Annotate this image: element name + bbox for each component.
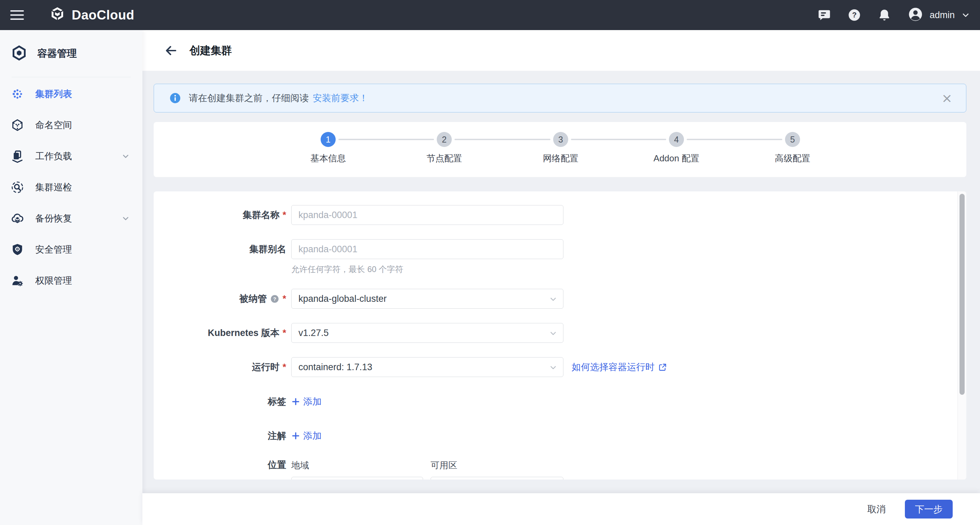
runtime-help-link[interactable]: 如何选择容器运行时 bbox=[572, 357, 667, 377]
notification-bell-icon[interactable] bbox=[878, 8, 891, 22]
user-menu[interactable]: admin bbox=[908, 6, 970, 24]
sidebar-item-security[interactable]: 安全管理 bbox=[0, 234, 142, 265]
step-basic-info: 1 基本信息 bbox=[287, 132, 369, 164]
cluster-alias-label: 集群别名 bbox=[154, 239, 286, 259]
sidebar-item-permission[interactable]: 权限管理 bbox=[0, 265, 142, 296]
step-label: 节点配置 bbox=[403, 152, 485, 164]
workload-stack-icon bbox=[11, 149, 24, 163]
avatar bbox=[908, 6, 923, 24]
region-input[interactable] bbox=[291, 477, 423, 480]
zone-label: 可用区 bbox=[431, 460, 457, 471]
info-icon bbox=[169, 92, 181, 104]
sidebar-item-cluster-list[interactable]: 集群列表 bbox=[0, 78, 142, 109]
chevron-down-icon bbox=[961, 10, 970, 20]
container-management-icon bbox=[11, 45, 27, 62]
step-number: 2 bbox=[437, 132, 452, 147]
step-number: 4 bbox=[669, 132, 684, 147]
chevron-down-icon bbox=[121, 214, 130, 223]
cluster-alias-hint: 允许任何字符，最长 60 个字符 bbox=[291, 264, 403, 275]
brand[interactable]: DaoCloud bbox=[49, 6, 134, 24]
sidebar-item-inspection[interactable]: 集群巡检 bbox=[0, 172, 142, 203]
next-step-button[interactable]: 下一步 bbox=[905, 500, 953, 519]
footer-action-bar: 取消 下一步 bbox=[142, 493, 980, 525]
annotations-label: 注解 bbox=[154, 427, 286, 444]
region-label: 地域 bbox=[291, 460, 309, 471]
labels-label: 标签 bbox=[154, 393, 286, 410]
step-number: 3 bbox=[553, 132, 568, 147]
sidebar-module-header[interactable]: 容器管理 bbox=[0, 30, 142, 77]
sidebar-item-label: 工作负载 bbox=[35, 150, 72, 162]
pre-install-alert: 请在创建集群之前，仔细阅读 安装前要求！ × bbox=[154, 84, 966, 112]
sidebar-item-namespace[interactable]: 命名空间 bbox=[0, 109, 142, 140]
sidebar-item-label: 集群列表 bbox=[35, 88, 72, 100]
message-icon[interactable] bbox=[818, 8, 831, 22]
svg-text:?: ? bbox=[273, 296, 276, 302]
managed-by-label: 被纳管?* bbox=[154, 289, 286, 310]
chevron-down-icon bbox=[549, 329, 558, 338]
plus-icon bbox=[291, 431, 300, 440]
sidebar-item-backup[interactable]: 备份恢复 bbox=[0, 203, 142, 234]
sidebar-module-title: 容器管理 bbox=[37, 47, 77, 61]
step-label: 基本信息 bbox=[287, 152, 369, 164]
username: admin bbox=[929, 10, 955, 21]
runtime-value: containerd: 1.7.13 bbox=[298, 362, 372, 373]
managed-by-value: kpanda-global-cluster bbox=[298, 294, 387, 304]
plus-icon bbox=[291, 397, 300, 406]
managed-by-select[interactable]: kpanda-global-cluster bbox=[291, 289, 563, 309]
step-label: Addon 配置 bbox=[635, 152, 718, 164]
sidebar-item-label: 权限管理 bbox=[35, 274, 72, 287]
sidebar-item-label: 安全管理 bbox=[35, 243, 72, 256]
required-mark: * bbox=[282, 210, 286, 220]
sidebar-item-workload[interactable]: 工作负载 bbox=[0, 140, 142, 172]
chevron-down-icon bbox=[549, 295, 558, 303]
main-content: 请在创建集群之前，仔细阅读 安装前要求！ × 1 基本信息 2 节点配置 3 网… bbox=[142, 71, 980, 493]
permission-user-gear-icon bbox=[11, 274, 24, 287]
chevron-down-icon bbox=[121, 152, 130, 161]
stepper: 1 基本信息 2 节点配置 3 网络配置 4 Addon 配置 5 高级配置 bbox=[154, 122, 966, 177]
add-annotation-button[interactable]: 添加 bbox=[291, 427, 322, 444]
form-scrollbar-thumb[interactable] bbox=[959, 194, 965, 395]
sidebar-item-label: 备份恢复 bbox=[35, 212, 72, 225]
location-label: 位置 bbox=[154, 460, 286, 470]
step-addon-config: 4 Addon 配置 bbox=[635, 132, 718, 164]
form-scrollbar-track[interactable] bbox=[958, 191, 966, 480]
top-bar: DaoCloud ? bbox=[0, 0, 980, 30]
cluster-name-input[interactable] bbox=[291, 205, 563, 225]
daocloud-logo-icon bbox=[49, 6, 65, 24]
cluster-alias-input[interactable] bbox=[291, 239, 563, 259]
security-shield-icon bbox=[11, 243, 24, 256]
back-button[interactable] bbox=[164, 43, 178, 58]
k8s-version-select[interactable]: v1.27.5 bbox=[291, 323, 563, 343]
zone-input[interactable] bbox=[431, 477, 563, 480]
add-label-button[interactable]: 添加 bbox=[291, 393, 322, 410]
required-mark: * bbox=[282, 294, 286, 304]
sidebar-item-label: 集群巡检 bbox=[35, 181, 72, 193]
page-title: 创建集群 bbox=[189, 43, 232, 58]
cancel-button[interactable]: 取消 bbox=[867, 503, 886, 515]
step-label: 高级配置 bbox=[752, 152, 834, 164]
inspection-magnifier-icon bbox=[11, 180, 24, 194]
basic-info-form: 集群名称* 集群别名 允许任何字符，最长 60 个字符 被纳管?* kpanda… bbox=[154, 191, 966, 480]
runtime-select[interactable]: containerd: 1.7.13 bbox=[291, 357, 563, 377]
pre-install-requirements-link[interactable]: 安装前要求！ bbox=[313, 92, 368, 104]
arrow-left-icon bbox=[164, 43, 178, 58]
alert-close-icon[interactable]: × bbox=[942, 92, 952, 105]
hamburger-menu-icon[interactable] bbox=[10, 8, 25, 22]
sidebar: 容器管理 集群列表 命名空间 bbox=[0, 30, 142, 525]
k8s-version-value: v1.27.5 bbox=[298, 328, 329, 338]
help-icon[interactable]: ? bbox=[848, 8, 861, 22]
external-link-icon bbox=[658, 363, 667, 372]
step-network-config: 3 网络配置 bbox=[520, 132, 602, 164]
step-number: 5 bbox=[785, 132, 800, 147]
required-mark: * bbox=[282, 362, 286, 372]
step-number: 1 bbox=[321, 132, 336, 147]
namespace-cube-icon bbox=[11, 118, 24, 132]
cluster-dots-icon bbox=[11, 87, 24, 101]
step-advanced-config: 5 高级配置 bbox=[752, 132, 834, 164]
step-label: 网络配置 bbox=[520, 152, 602, 164]
help-circle-icon[interactable]: ? bbox=[270, 290, 279, 310]
k8s-version-label: Kubernetes 版本* bbox=[154, 323, 286, 343]
step-node-config: 2 节点配置 bbox=[403, 132, 485, 164]
chevron-down-icon bbox=[549, 363, 558, 372]
backup-cloud-icon bbox=[11, 212, 24, 225]
